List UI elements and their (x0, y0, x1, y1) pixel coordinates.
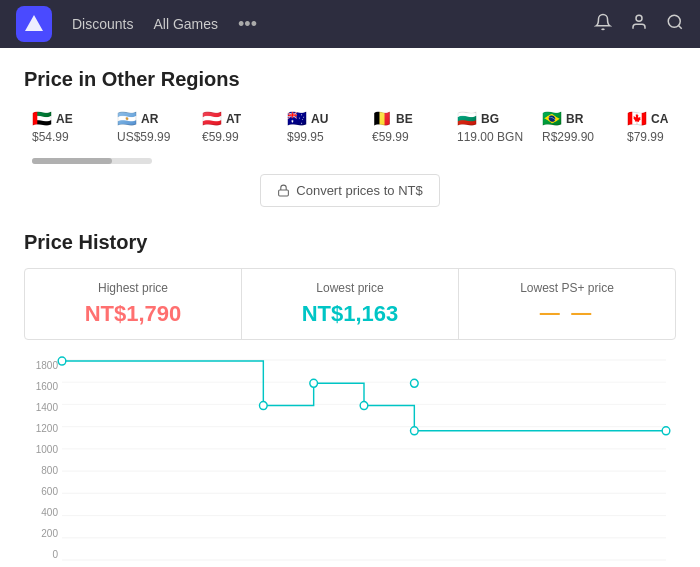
price-history-title: Price History (24, 231, 676, 254)
svg-point-18 (360, 402, 368, 410)
y-label: 1400 (24, 402, 62, 413)
svg-point-1 (636, 15, 642, 21)
lowest-price-label: Lowest price (252, 281, 448, 295)
region-flag: 🇦🇪 (32, 109, 52, 128)
chart-area (62, 360, 666, 560)
y-label: 600 (24, 486, 62, 497)
region-code: BE (396, 112, 413, 126)
svg-marker-0 (25, 15, 43, 31)
region-flag: 🇧🇷 (542, 109, 562, 128)
region-flag-code: 🇦🇷 AR (117, 109, 158, 128)
region-item-at[interactable]: 🇦🇹 AT €59.99 (194, 105, 279, 148)
lock-icon (277, 184, 290, 197)
bell-icon[interactable] (594, 13, 612, 36)
convert-prices-button[interactable]: Convert prices to NT$ (260, 174, 439, 207)
region-flag-code: 🇦🇹 AT (202, 109, 241, 128)
y-label: 1800 (24, 360, 62, 371)
scrollbar-track (32, 158, 152, 164)
region-code: AT (226, 112, 241, 126)
regions-row[interactable]: 🇦🇪 AE $54.99 🇦🇷 AR US$59.99 🇦🇹 AT €59.99… (24, 105, 676, 152)
highest-price-label: Highest price (35, 281, 231, 295)
y-label: 400 (24, 507, 62, 518)
highest-price-value: NT$1,790 (35, 301, 231, 327)
chart-container: 020040060080010001200140016001800 (24, 360, 676, 560)
region-flag: 🇧🇬 (457, 109, 477, 128)
convert-label: Convert prices to NT$ (296, 183, 422, 198)
price-stats: Highest price NT$1,790 Lowest price NT$1… (24, 268, 676, 340)
region-item-ar[interactable]: 🇦🇷 AR US$59.99 (109, 105, 194, 148)
regions-title: Price in Other Regions (24, 68, 676, 91)
region-item-ca[interactable]: 🇨🇦 CA $79.99 (619, 105, 676, 148)
y-axis: 020040060080010001200140016001800 (24, 360, 62, 560)
region-flag-code: 🇦🇺 AU (287, 109, 328, 128)
region-price: $54.99 (32, 130, 69, 144)
region-flag-code: 🇦🇪 AE (32, 109, 73, 128)
region-price: €59.99 (372, 130, 409, 144)
ps-price-value: — — (469, 301, 665, 324)
svg-point-2 (668, 15, 680, 27)
nav-discounts[interactable]: Discounts (72, 16, 133, 32)
scrollbar-thumb (32, 158, 112, 164)
main-content: Price in Other Regions 🇦🇪 AE $54.99 🇦🇷 A… (0, 48, 700, 567)
y-label: 200 (24, 528, 62, 539)
svg-rect-4 (279, 190, 289, 196)
svg-point-19 (410, 379, 418, 387)
region-code: BR (566, 112, 583, 126)
svg-point-15 (58, 357, 66, 365)
ps-price-stat: Lowest PS+ price — — (459, 269, 675, 339)
region-code: AE (56, 112, 73, 126)
ps-price-label: Lowest PS+ price (469, 281, 665, 295)
region-flag-code: 🇧🇬 BG (457, 109, 499, 128)
region-flag: 🇧🇪 (372, 109, 392, 128)
highest-price-stat: Highest price NT$1,790 (25, 269, 242, 339)
regions-section: Price in Other Regions 🇦🇪 AE $54.99 🇦🇷 A… (24, 68, 676, 207)
region-price: US$59.99 (117, 130, 170, 144)
svg-point-16 (259, 402, 267, 410)
logo[interactable] (16, 6, 52, 42)
nav-all-games[interactable]: All Games (153, 16, 218, 32)
region-code: AR (141, 112, 158, 126)
navbar-icons (594, 13, 684, 36)
region-flag-code: 🇨🇦 CA (627, 109, 668, 128)
svg-point-17 (310, 379, 318, 387)
region-code: CA (651, 112, 668, 126)
region-price: $79.99 (627, 130, 664, 144)
y-label: 1000 (24, 444, 62, 455)
svg-point-20 (410, 427, 418, 435)
y-label: 800 (24, 465, 62, 476)
y-label: 1600 (24, 381, 62, 392)
price-chart (62, 360, 666, 560)
region-price: €59.99 (202, 130, 239, 144)
nav-more[interactable]: ••• (238, 14, 574, 35)
navbar: Discounts All Games ••• (0, 0, 700, 48)
region-flag: 🇨🇦 (627, 109, 647, 128)
search-icon[interactable] (666, 13, 684, 36)
region-price: R$299.90 (542, 130, 594, 144)
region-code: AU (311, 112, 328, 126)
region-code: BG (481, 112, 499, 126)
region-flag: 🇦🇺 (287, 109, 307, 128)
lowest-price-value: NT$1,163 (252, 301, 448, 327)
y-label: 1200 (24, 423, 62, 434)
region-price: $99.95 (287, 130, 324, 144)
lowest-price-stat: Lowest price NT$1,163 (242, 269, 459, 339)
region-item-au[interactable]: 🇦🇺 AU $99.95 (279, 105, 364, 148)
y-label: 0 (24, 549, 62, 560)
user-icon[interactable] (630, 13, 648, 36)
chart-wrapper: 020040060080010001200140016001800 (24, 360, 676, 567)
region-item-be[interactable]: 🇧🇪 BE €59.99 (364, 105, 449, 148)
price-history-section: Price History Highest price NT$1,790 Low… (24, 231, 676, 567)
svg-line-3 (678, 25, 681, 28)
region-item-br[interactable]: 🇧🇷 BR R$299.90 (534, 105, 619, 148)
region-price: 119.00 BGN (457, 130, 523, 144)
svg-point-21 (662, 427, 670, 435)
region-flag: 🇦🇹 (202, 109, 222, 128)
region-flag-code: 🇧🇪 BE (372, 109, 413, 128)
region-flag: 🇦🇷 (117, 109, 137, 128)
region-item-bg[interactable]: 🇧🇬 BG 119.00 BGN (449, 105, 534, 148)
region-item-ae[interactable]: 🇦🇪 AE $54.99 (24, 105, 109, 148)
region-flag-code: 🇧🇷 BR (542, 109, 583, 128)
